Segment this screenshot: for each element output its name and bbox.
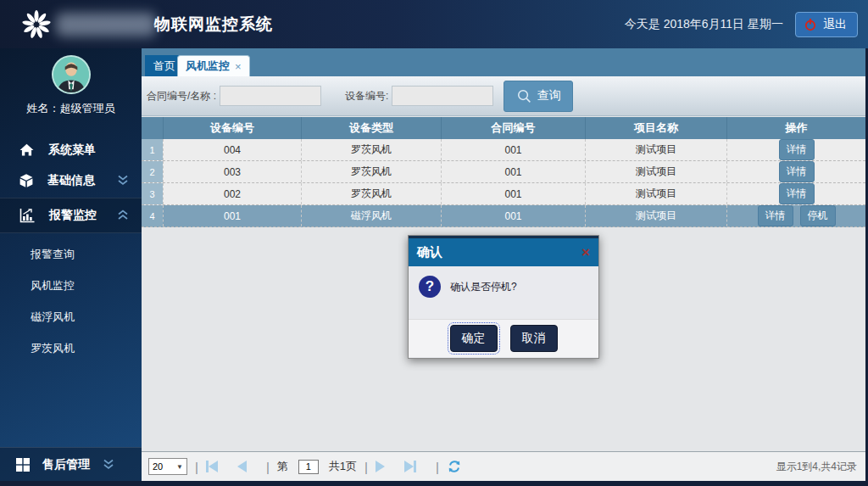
submenu-label: 磁浮风机 (31, 310, 75, 325)
submenu-label: 报警查询 (31, 247, 75, 262)
confirm-ok-button[interactable]: 确定 (450, 325, 498, 352)
cell-project-name: 测试项目 (585, 183, 726, 204)
col-device-no: 设备编号 (163, 117, 301, 139)
cell-device-no: 003 (163, 161, 301, 182)
cell-project-name: 测试项目 (585, 205, 726, 226)
page-label-prefix: 第 (277, 459, 288, 474)
cell-project-name: 测试项目 (585, 161, 726, 182)
dialog-footer: 确定 取消 (409, 319, 598, 357)
page-size-value: 20 (153, 461, 163, 472)
cell-contract-no: 001 (441, 183, 585, 204)
table-row-selected[interactable]: 4 001 磁浮风机 001 测试项目 详情 停机 (142, 205, 865, 227)
cell-device-no: 001 (163, 205, 301, 226)
submenu-label: 风机监控 (31, 278, 75, 293)
dialog-title-bar[interactable]: 确认 × (409, 236, 598, 266)
sidebar-item-system-menu[interactable]: 系统菜单 (0, 135, 142, 165)
col-contract-no: 合同编号 (441, 117, 585, 139)
sidebar-item-basic-info[interactable]: 基础信息 (0, 165, 142, 196)
chart-icon (19, 207, 36, 224)
col-operation: 操作 (726, 117, 865, 139)
next-page-button[interactable] (376, 461, 385, 472)
confirm-dialog: 确认 × ? 确认是否停机? 确定 取消 (408, 235, 599, 359)
details-button[interactable]: 详情 (779, 161, 815, 182)
cell-device-type: 罗茨风机 (301, 161, 441, 182)
cube-icon (19, 173, 34, 188)
sidebar-subitem-fan-monitor[interactable]: 风机监控 (0, 273, 142, 299)
refresh-button[interactable] (447, 459, 462, 474)
header-right-group: 今天是 2018年6月11日 星期一 退出 (625, 0, 858, 48)
date-text: 今天是 2018年6月11日 星期一 (625, 17, 783, 32)
query-button[interactable]: 查询 (504, 81, 573, 112)
sidebar-item-label: 基础信息 (47, 173, 103, 188)
sidebar-subitem-maglev-fan[interactable]: 磁浮风机 (0, 304, 142, 330)
dialog-title: 确认 (417, 244, 442, 260)
logo-icon (20, 8, 53, 41)
page-number-input[interactable] (298, 460, 319, 474)
chevron-down-icon (116, 175, 130, 187)
power-icon (804, 18, 817, 31)
table-row[interactable]: 3 002 罗茨风机 001 测试项目 详情 (142, 183, 865, 205)
page-size-select[interactable]: 20 ▼ (148, 458, 187, 475)
tab-label: 首页 (153, 59, 175, 74)
tab-label: 风机监控 (186, 59, 230, 74)
records-summary: 显示1到4,共4记录 (776, 452, 857, 482)
chevron-down-icon (102, 459, 115, 471)
confirm-cancel-button[interactable]: 取消 (510, 325, 558, 352)
dialog-message: 确认是否停机? (450, 280, 517, 319)
contract-input[interactable] (220, 86, 321, 106)
tab-close-icon[interactable]: × (235, 60, 242, 73)
company-name-redacted (56, 13, 156, 36)
details-button[interactable]: 详情 (758, 205, 793, 226)
cell-project-name: 测试项目 (585, 139, 726, 160)
separator: | (364, 460, 368, 474)
col-project-name: 项目名称 (585, 117, 726, 139)
cell-device-type: 罗茨风机 (301, 183, 441, 204)
user-name-label: 姓名：超级管理员 (0, 101, 142, 116)
avatar (52, 55, 91, 94)
first-page-button[interactable] (206, 461, 218, 472)
query-button-label: 查询 (537, 88, 561, 103)
details-button[interactable]: 详情 (779, 183, 815, 204)
row-number: 3 (142, 183, 163, 204)
caret-down-icon: ▼ (176, 463, 183, 471)
cell-device-no: 002 (163, 183, 301, 204)
contract-field-label: 合同编号/名称 : (147, 89, 216, 103)
sidebar: 姓名：超级管理员 系统菜单 基础信息 报警监控 (0, 48, 142, 481)
chevron-up-icon (116, 209, 130, 221)
row-number: 4 (142, 205, 163, 226)
home-icon (19, 142, 35, 158)
stop-button[interactable]: 停机 (800, 205, 836, 226)
row-number: 1 (142, 139, 163, 160)
sidebar-item-label: 报警监控 (49, 208, 103, 223)
table-row[interactable]: 2 003 罗茨风机 001 测试项目 详情 (142, 161, 865, 183)
prev-page-button[interactable] (237, 461, 247, 472)
question-icon: ? (419, 276, 441, 298)
dialog-body: ? 确认是否停机? (409, 266, 598, 319)
search-bar: 合同编号/名称 : 设备编号: 查询 (142, 76, 865, 116)
pagination-bar: 20 ▼ | | 第 共1页 | | 显示1到4,共4记录 (142, 451, 865, 481)
logout-button[interactable]: 退出 (795, 12, 858, 37)
search-icon (516, 88, 532, 104)
details-button[interactable]: 详情 (779, 139, 815, 160)
separator: | (436, 460, 439, 474)
sidebar-item-aftersales[interactable]: 售后管理 (0, 447, 142, 481)
sidebar-item-label: 系统菜单 (48, 142, 142, 158)
tab-bar: 首页 风机监控 × (142, 48, 865, 76)
separator: | (266, 460, 270, 474)
dialog-close-icon[interactable]: × (581, 244, 590, 261)
col-rownum (142, 117, 163, 139)
page-label-suffix: 共1页 (329, 459, 357, 474)
last-page-button[interactable] (404, 461, 416, 472)
col-device-type: 设备类型 (301, 117, 441, 139)
table-row[interactable]: 1 004 罗茨风机 001 测试项目 详情 (142, 139, 865, 161)
sidebar-subitem-alarm-query[interactable]: 报警查询 (0, 242, 142, 267)
page-title: 物联网监控系统 (154, 0, 273, 48)
sidebar-subitem-roots-fan[interactable]: 罗茨风机 (0, 336, 142, 361)
grid-icon (15, 457, 31, 472)
device-field-label: 设备编号: (345, 89, 388, 103)
tab-fan-monitor[interactable]: 风机监控 × (177, 55, 250, 76)
sidebar-item-alarm-monitor[interactable]: 报警监控 (0, 198, 142, 233)
cell-contract-no: 001 (441, 161, 585, 182)
cell-contract-no: 001 (441, 205, 585, 226)
device-input[interactable] (392, 86, 493, 106)
